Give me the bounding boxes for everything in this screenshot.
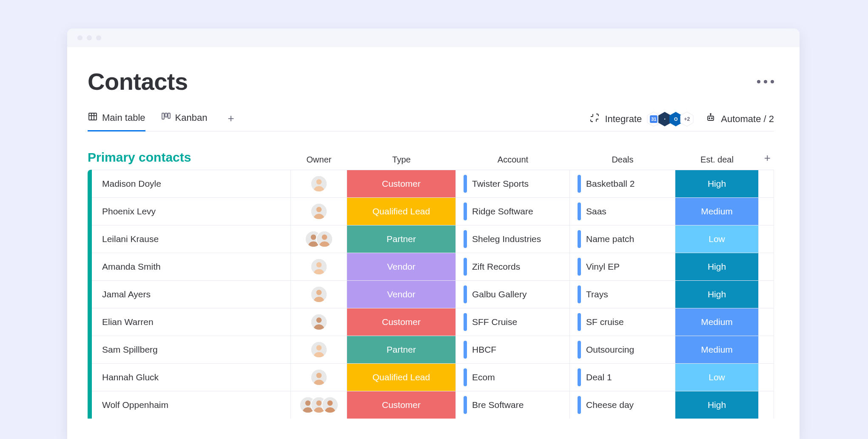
est-deal-cell[interactable]: Medium <box>675 336 759 363</box>
more-menu-button[interactable] <box>757 80 774 83</box>
owner-cell[interactable] <box>291 225 347 253</box>
kanban-icon <box>161 111 171 124</box>
account-cell[interactable]: Twister Sports <box>456 170 570 197</box>
est-deal-cell[interactable]: High <box>675 281 759 308</box>
deals-cell[interactable]: Vinyl EP <box>570 253 675 280</box>
owner-cell[interactable] <box>291 253 347 280</box>
contact-name-cell[interactable]: Sam Spillberg <box>92 336 291 363</box>
account-cell[interactable]: Galbu Gallery <box>456 281 570 308</box>
svg-point-12 <box>709 118 710 119</box>
owner-cell[interactable] <box>291 364 347 391</box>
deals-cell[interactable]: Outsourcing <box>570 336 675 363</box>
deals-cell[interactable]: Deal 1 <box>570 364 675 391</box>
link-indicator <box>578 368 581 386</box>
table-row[interactable]: Amanda SmithVendorZift RecordsVinyl EPHi… <box>92 253 774 280</box>
owner-cell[interactable] <box>291 198 347 225</box>
contact-name-cell[interactable]: Phoenix Levy <box>92 198 291 225</box>
table-row[interactable]: Sam SpillbergPartnerHBCFOutsourcingMediu… <box>92 336 774 363</box>
est-deal-cell[interactable]: Medium <box>675 308 759 336</box>
table-row[interactable]: Wolf OppenhaimCustomerBre SoftwareCheese… <box>92 391 774 419</box>
table-row[interactable]: Hannah GluckQualified LeadEcomDeal 1Low <box>92 363 774 391</box>
est-deal-cell[interactable]: High <box>675 253 759 280</box>
account-name: Sheleg Industries <box>472 234 541 244</box>
type-cell[interactable]: Customer <box>347 170 456 197</box>
link-indicator <box>464 285 467 303</box>
integrate-button[interactable]: Integrate 31 · O <box>589 111 694 127</box>
est-deal-cell[interactable]: High <box>675 391 759 419</box>
window-control-dot[interactable] <box>77 35 83 40</box>
type-cell[interactable]: Vendor <box>347 253 456 280</box>
contact-name-cell[interactable]: Elian Warren <box>92 308 291 336</box>
deals-cell[interactable]: SF cruise <box>570 308 675 336</box>
column-header-owner[interactable]: Owner <box>291 155 347 165</box>
integration-icons: 31 · O +2 <box>647 111 694 127</box>
type-cell[interactable]: Customer <box>347 391 456 419</box>
type-cell[interactable]: Vendor <box>347 281 456 308</box>
deals-cell[interactable]: Saas <box>570 198 675 225</box>
est-deal-cell[interactable]: High <box>675 170 759 197</box>
avatar <box>310 175 327 192</box>
tab-kanban[interactable]: Kanban <box>161 111 208 131</box>
account-cell[interactable]: SFF Cruise <box>456 308 570 336</box>
window-control-dot[interactable] <box>96 35 101 40</box>
avatar <box>316 231 333 248</box>
est-deal-cell[interactable]: Medium <box>675 198 759 225</box>
account-name: Ridge Software <box>472 206 533 217</box>
deal-name: Vinyl EP <box>586 262 620 272</box>
table-row[interactable]: Jamal AyersVendorGalbu GalleryTraysHigh <box>92 280 774 308</box>
view-tabs: Main table Kanban + <box>88 111 234 131</box>
column-header-est-deal[interactable]: Est. deal <box>675 155 759 165</box>
svg-point-31 <box>316 345 322 351</box>
type-cell[interactable]: Partner <box>347 336 456 363</box>
svg-point-15 <box>710 114 711 114</box>
est-deal-cell[interactable]: Low <box>675 364 759 391</box>
empty-cell <box>759 364 774 391</box>
owner-cell[interactable] <box>291 308 347 336</box>
type-cell[interactable]: Qualified Lead <box>347 198 456 225</box>
table-row[interactable]: Phoenix LevyQualified LeadRidge Software… <box>92 197 774 225</box>
link-indicator <box>464 341 467 359</box>
type-cell[interactable]: Partner <box>347 225 456 253</box>
contact-name-cell[interactable]: Madison Doyle <box>92 170 291 197</box>
deals-cell[interactable]: Trays <box>570 281 675 308</box>
tab-main-table[interactable]: Main table <box>88 111 145 131</box>
deals-cell[interactable]: Basketball 2 <box>570 170 675 197</box>
column-header-deals[interactable]: Deals <box>570 155 675 165</box>
account-cell[interactable]: Bre Software <box>456 391 570 419</box>
type-cell[interactable]: Customer <box>347 308 456 336</box>
svg-point-39 <box>327 400 333 406</box>
automate-button[interactable]: Automate / 2 <box>706 113 774 125</box>
owner-cell[interactable] <box>291 170 347 197</box>
table-row[interactable]: Leilani KrausePartnerSheleg IndustriesNa… <box>92 225 774 253</box>
column-header-account[interactable]: Account <box>456 155 570 165</box>
table-row[interactable]: Madison DoyleCustomerTwister SportsBaske… <box>92 170 774 197</box>
contact-name-cell[interactable]: Amanda Smith <box>92 253 291 280</box>
account-cell[interactable]: Ecom <box>456 364 570 391</box>
add-view-button[interactable]: + <box>228 112 234 131</box>
svg-point-23 <box>322 234 327 240</box>
add-column-button[interactable]: + <box>759 151 774 165</box>
deal-name: Deal 1 <box>586 372 612 382</box>
deals-cell[interactable]: Cheese day <box>570 391 675 419</box>
account-cell[interactable]: Sheleg Industries <box>456 225 570 253</box>
contact-name-cell[interactable]: Leilani Krause <box>92 225 291 253</box>
deals-cell[interactable]: Name patch <box>570 225 675 253</box>
est-deal-cell[interactable]: Low <box>675 225 759 253</box>
owner-cell[interactable] <box>291 336 347 363</box>
contact-name-cell[interactable]: Wolf Oppenhaim <box>92 391 291 419</box>
window-control-dot[interactable] <box>87 35 92 40</box>
contact-name-cell[interactable]: Jamal Ayers <box>92 281 291 308</box>
column-header-type[interactable]: Type <box>347 155 456 165</box>
account-cell[interactable]: Zift Records <box>456 253 570 280</box>
account-cell[interactable]: Ridge Software <box>456 198 570 225</box>
group-title[interactable]: Primary contacts <box>88 150 291 165</box>
contact-name-cell[interactable]: Hannah Gluck <box>92 364 291 391</box>
owner-cell[interactable] <box>291 281 347 308</box>
link-indicator <box>578 341 581 359</box>
table-row[interactable]: Elian WarrenCustomerSFF CruiseSF cruiseM… <box>92 308 774 336</box>
owner-cell[interactable] <box>291 391 347 419</box>
account-cell[interactable]: HBCF <box>456 336 570 363</box>
automate-label: Automate / 2 <box>721 114 774 125</box>
deal-name: SF cruise <box>586 317 624 327</box>
type-cell[interactable]: Qualified Lead <box>347 364 456 391</box>
